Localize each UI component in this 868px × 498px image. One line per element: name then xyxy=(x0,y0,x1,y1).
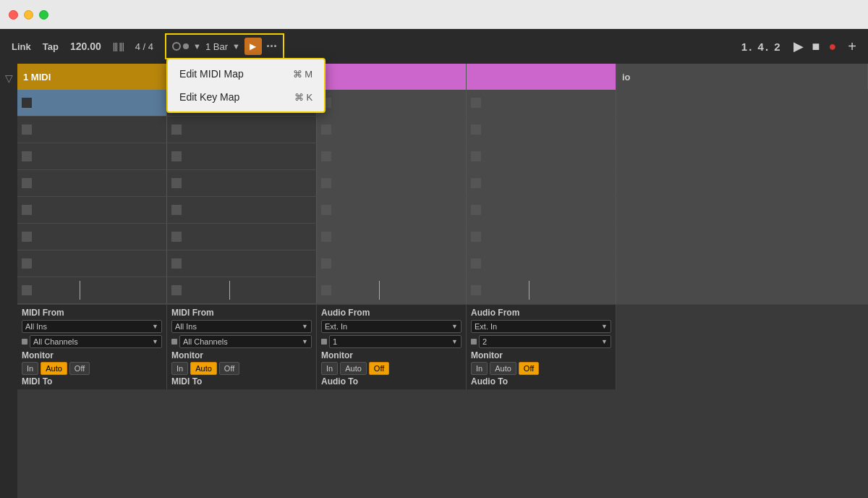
record-button[interactable]: ● xyxy=(828,39,836,54)
track-3-mon-off[interactable]: Off xyxy=(369,362,389,375)
clip-cell-6-3[interactable] xyxy=(317,224,467,250)
clip-cell-4-4[interactable] xyxy=(467,170,616,196)
clip-cell-3-1[interactable] xyxy=(17,143,167,169)
track-3-header-col: 3 Audio xyxy=(317,64,467,90)
clip-sq-5-3 xyxy=(321,205,331,215)
track-4-header[interactable]: 4 Audio xyxy=(467,64,616,90)
track-3-source-row[interactable]: Ext. In ▼ xyxy=(321,320,461,333)
edit-midi-map-item[interactable]: Edit MIDI Map ⌘ M xyxy=(168,62,324,85)
clip-row-timeline xyxy=(17,277,868,304)
clip-cell-5-1[interactable] xyxy=(17,197,167,223)
clip-sq-6-1 xyxy=(22,232,32,242)
track-4-source-dropdown[interactable]: Ext. In ▼ xyxy=(471,320,611,333)
clip-cell-3-4[interactable] xyxy=(467,143,616,169)
clip-cell-5-3[interactable] xyxy=(317,197,467,223)
clip-cell-2-1[interactable] xyxy=(17,117,167,143)
clip-cell-1-4[interactable] xyxy=(467,90,616,116)
clip-cell-7-2[interactable] xyxy=(167,250,317,277)
track-2-channel-dropdown[interactable]: All Channels ▼ xyxy=(179,335,312,348)
clip-cell-7-4[interactable] xyxy=(467,250,616,277)
clip-cell-5-2[interactable] xyxy=(167,197,317,223)
clip-sq-tl-1 xyxy=(22,285,32,295)
clip-row-4 xyxy=(17,170,868,197)
track-4-input-label: Audio From xyxy=(471,308,611,318)
clip-sq-2-4 xyxy=(471,124,481,135)
edit-key-map-item[interactable]: Edit Key Map ⌘ K xyxy=(168,85,324,109)
track-1-mon-auto[interactable]: Auto xyxy=(41,362,67,375)
clip-cell-6-4[interactable] xyxy=(467,224,616,250)
track-3-header[interactable]: 3 Audio xyxy=(317,64,466,90)
track-1-monitor-label: Monitor xyxy=(22,350,162,360)
clip-cell-6-1[interactable] xyxy=(17,224,167,250)
play-button[interactable]: ▶ xyxy=(793,38,804,54)
timeline-cell-3[interactable] xyxy=(317,277,467,303)
clip-cell-2-3[interactable] xyxy=(317,117,467,143)
clip-cell-extra-tl xyxy=(616,277,868,303)
time-signature[interactable]: 4 / 4 xyxy=(135,41,153,52)
overflow-menu-button[interactable]: ··· xyxy=(266,39,277,54)
track-2-source-row[interactable]: All Ins ▼ xyxy=(171,320,312,333)
track-3-channel-row[interactable]: 1 ▼ xyxy=(321,335,461,348)
track-2-source-dropdown[interactable]: All Ins ▼ xyxy=(171,320,312,333)
clip-cell-5-4[interactable] xyxy=(467,197,616,223)
timeline-cell-2[interactable] xyxy=(167,277,317,303)
clip-cell-4-3[interactable] xyxy=(317,170,467,196)
link-button[interactable]: Link xyxy=(12,41,31,52)
track-3-source-dropdown[interactable]: Ext. In ▼ xyxy=(321,320,461,333)
track-2-mon-auto[interactable]: Auto xyxy=(190,362,217,375)
track-4-mon-off[interactable]: Off xyxy=(519,362,539,375)
quantize-value[interactable]: 1 Bar xyxy=(205,41,228,52)
track-2-channel-row[interactable]: All Channels ▼ xyxy=(171,335,312,348)
tempo-display[interactable]: 120.00 xyxy=(70,41,101,52)
track-2-mon-in[interactable]: In xyxy=(171,362,188,375)
track-1-mon-in[interactable]: In xyxy=(22,362,38,375)
clip-cell-1-3[interactable] xyxy=(317,90,467,116)
clip-cell-2-2[interactable] xyxy=(167,117,317,143)
track-3-mon-in[interactable]: In xyxy=(321,362,338,375)
track-1-name: 1 MIDI xyxy=(23,72,51,83)
clip-sq-7-1 xyxy=(22,258,32,269)
track-3-mon-auto[interactable]: Auto xyxy=(340,362,367,375)
stop-button[interactable]: ■ xyxy=(812,39,820,54)
timeline-cell-1[interactable] xyxy=(17,277,167,303)
track-1-mon-off[interactable]: Off xyxy=(69,362,90,375)
tap-button[interactable]: Tap xyxy=(43,41,59,52)
clip-cell-3-2[interactable] xyxy=(167,143,317,169)
clip-cell-4-2[interactable] xyxy=(167,170,317,196)
track-1-source-row[interactable]: All Ins ▼ xyxy=(22,320,162,333)
track-4-channel-row[interactable]: 2 ▼ xyxy=(471,335,611,348)
maximize-button[interactable] xyxy=(39,10,48,20)
minimize-button[interactable] xyxy=(24,10,33,20)
clip-cell-extra-2 xyxy=(616,117,868,143)
clip-cell-7-3[interactable] xyxy=(317,250,467,277)
track-1-channel-row[interactable]: All Channels ▼ xyxy=(22,335,162,348)
track-4-mon-auto[interactable]: Auto xyxy=(490,362,516,375)
clip-sq-4-2 xyxy=(171,178,182,188)
track-4-source-row[interactable]: Ext. In ▼ xyxy=(471,320,611,333)
edit-midi-map-shortcut: ⌘ M xyxy=(293,69,312,80)
collapse-button[interactable]: ▽ xyxy=(0,64,17,498)
quantize-section[interactable]: ▼ 1 Bar ▼ ▶ ··· Edit MIDI Map ⌘ M Edit K… xyxy=(165,33,284,59)
context-menu: Edit MIDI Map ⌘ M Edit Key Map ⌘ K xyxy=(166,58,326,113)
track-1-source-dropdown[interactable]: All Ins ▼ xyxy=(22,320,162,333)
track-2-mon-off[interactable]: Off xyxy=(219,362,239,375)
track-4-mon-in[interactable]: In xyxy=(471,362,488,375)
track-3-channel-dropdown[interactable]: 1 ▼ xyxy=(329,335,461,348)
track-1-bottom: MIDI From All Ins ▼ All Channels ▼ Monit… xyxy=(17,305,167,389)
clip-cell-3-3[interactable] xyxy=(317,143,467,169)
track-2-input-label: MIDI From xyxy=(171,308,312,318)
track-1-channel-value: All Channels xyxy=(33,337,78,346)
track-4-channel-dropdown[interactable]: 2 ▼ xyxy=(479,335,611,348)
timeline-cell-4[interactable] xyxy=(467,277,616,303)
track-2-monitor-buttons: In Auto Off xyxy=(171,362,312,375)
track-1-header[interactable]: 1 MIDI xyxy=(17,64,166,90)
track-1-channel-dropdown[interactable]: All Channels ▼ xyxy=(30,335,162,348)
clip-cell-1-1[interactable] xyxy=(17,90,167,116)
orange-action-button[interactable]: ▶ xyxy=(244,38,262,55)
clip-cell-2-4[interactable] xyxy=(467,117,616,143)
add-button[interactable]: + xyxy=(848,38,856,55)
clip-cell-7-1[interactable] xyxy=(17,250,167,277)
clip-cell-6-2[interactable] xyxy=(167,224,317,250)
clip-cell-4-1[interactable] xyxy=(17,170,167,196)
close-button[interactable] xyxy=(9,10,18,20)
